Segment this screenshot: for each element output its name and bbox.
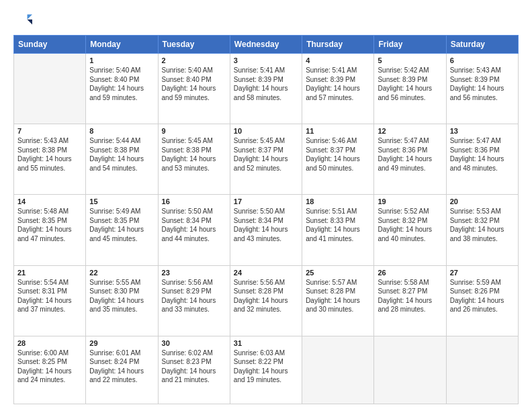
day-number: 5 <box>378 56 442 64</box>
day-info: Sunrise: 5:50 AM Sunset: 8:34 PM Dayligh… <box>162 207 226 243</box>
calendar-cell: 17Sunrise: 5:50 AM Sunset: 8:34 PM Dayli… <box>230 195 302 265</box>
day-number: 1 <box>89 56 154 64</box>
calendar-cell: 29Sunrise: 6:01 AM Sunset: 8:24 PM Dayli… <box>86 336 158 404</box>
day-info: Sunrise: 5:45 AM Sunset: 8:37 PM Dayligh… <box>234 136 298 173</box>
calendar-cell: 24Sunrise: 5:56 AM Sunset: 8:28 PM Dayli… <box>230 265 302 336</box>
calendar-table: SundayMondayTuesdayWednesdayThursdayFrid… <box>13 35 519 404</box>
day-info: Sunrise: 5:41 AM Sunset: 8:39 PM Dayligh… <box>234 66 298 102</box>
calendar-day-header: Tuesday <box>158 36 230 54</box>
calendar-day-header: Wednesday <box>230 36 302 54</box>
header <box>13 11 519 30</box>
day-info: Sunrise: 6:00 AM Sunset: 8:25 PM Dayligh… <box>17 349 82 385</box>
calendar-cell: 5Sunrise: 5:42 AM Sunset: 8:39 PM Daylig… <box>374 54 446 124</box>
day-number: 28 <box>17 339 82 347</box>
calendar-cell: 25Sunrise: 5:57 AM Sunset: 8:28 PM Dayli… <box>302 265 374 336</box>
calendar-day-header: Friday <box>374 36 446 54</box>
day-info: Sunrise: 5:55 AM Sunset: 8:30 PM Dayligh… <box>89 278 154 314</box>
day-info: Sunrise: 5:46 AM Sunset: 8:37 PM Dayligh… <box>306 136 370 173</box>
day-info: Sunrise: 5:49 AM Sunset: 8:35 PM Dayligh… <box>89 207 154 243</box>
day-info: Sunrise: 5:47 AM Sunset: 8:36 PM Dayligh… <box>378 136 442 173</box>
day-number: 31 <box>234 339 298 347</box>
day-number: 10 <box>234 127 298 135</box>
day-number: 23 <box>162 269 226 277</box>
day-number: 18 <box>306 197 370 205</box>
calendar-cell: 30Sunrise: 6:02 AM Sunset: 8:23 PM Dayli… <box>158 336 230 404</box>
calendar-cell <box>374 336 446 404</box>
day-info: Sunrise: 6:01 AM Sunset: 8:24 PM Dayligh… <box>89 349 154 385</box>
day-number: 15 <box>89 197 154 205</box>
day-info: Sunrise: 5:53 AM Sunset: 8:32 PM Dayligh… <box>450 207 515 243</box>
day-info: Sunrise: 5:52 AM Sunset: 8:32 PM Dayligh… <box>378 207 442 243</box>
calendar-day-header: Thursday <box>302 36 374 54</box>
calendar-cell: 13Sunrise: 5:47 AM Sunset: 8:36 PM Dayli… <box>446 124 518 195</box>
day-info: Sunrise: 5:40 AM Sunset: 8:40 PM Dayligh… <box>89 66 154 102</box>
calendar-week-row: 1Sunrise: 5:40 AM Sunset: 8:40 PM Daylig… <box>14 54 519 124</box>
calendar-cell: 4Sunrise: 5:41 AM Sunset: 8:39 PM Daylig… <box>302 54 374 124</box>
day-number: 22 <box>89 269 154 277</box>
calendar-cell: 3Sunrise: 5:41 AM Sunset: 8:39 PM Daylig… <box>230 54 302 124</box>
day-number: 13 <box>450 127 515 135</box>
day-info: Sunrise: 5:58 AM Sunset: 8:27 PM Dayligh… <box>378 278 442 314</box>
page: SundayMondayTuesdayWednesdayThursdayFrid… <box>0 0 532 411</box>
day-info: Sunrise: 5:41 AM Sunset: 8:39 PM Dayligh… <box>306 66 370 102</box>
calendar-cell: 7Sunrise: 5:43 AM Sunset: 8:38 PM Daylig… <box>14 124 86 195</box>
calendar-cell: 11Sunrise: 5:46 AM Sunset: 8:37 PM Dayli… <box>302 124 374 195</box>
calendar-cell: 9Sunrise: 5:45 AM Sunset: 8:38 PM Daylig… <box>158 124 230 195</box>
calendar-cell: 28Sunrise: 6:00 AM Sunset: 8:25 PM Dayli… <box>14 336 86 404</box>
calendar-cell: 18Sunrise: 5:51 AM Sunset: 8:33 PM Dayli… <box>302 195 374 265</box>
day-info: Sunrise: 5:50 AM Sunset: 8:34 PM Dayligh… <box>234 207 298 243</box>
day-number: 6 <box>450 56 515 64</box>
calendar-cell <box>14 54 86 124</box>
day-info: Sunrise: 5:56 AM Sunset: 8:28 PM Dayligh… <box>234 278 298 314</box>
calendar-cell: 27Sunrise: 5:59 AM Sunset: 8:26 PM Dayli… <box>446 265 518 336</box>
calendar-week-row: 7Sunrise: 5:43 AM Sunset: 8:38 PM Daylig… <box>14 124 519 195</box>
calendar-day-header: Saturday <box>446 36 518 54</box>
day-info: Sunrise: 6:03 AM Sunset: 8:22 PM Dayligh… <box>234 349 298 385</box>
calendar-cell: 23Sunrise: 5:56 AM Sunset: 8:29 PM Dayli… <box>158 265 230 336</box>
day-number: 12 <box>378 127 442 135</box>
day-info: Sunrise: 5:51 AM Sunset: 8:33 PM Dayligh… <box>306 207 370 243</box>
day-number: 19 <box>378 197 442 205</box>
calendar-cell: 2Sunrise: 5:40 AM Sunset: 8:40 PM Daylig… <box>158 54 230 124</box>
day-number: 4 <box>306 56 370 64</box>
calendar-cell: 31Sunrise: 6:03 AM Sunset: 8:22 PM Dayli… <box>230 336 302 404</box>
day-number: 8 <box>89 127 154 135</box>
calendar-cell: 19Sunrise: 5:52 AM Sunset: 8:32 PM Dayli… <box>374 195 446 265</box>
day-number: 20 <box>450 197 515 205</box>
day-number: 2 <box>162 56 226 64</box>
day-number: 14 <box>17 197 82 205</box>
logo-icon <box>13 11 32 30</box>
calendar-cell <box>446 336 518 404</box>
svg-marker-1 <box>28 19 32 24</box>
calendar-week-row: 21Sunrise: 5:54 AM Sunset: 8:31 PM Dayli… <box>14 265 519 336</box>
day-info: Sunrise: 5:57 AM Sunset: 8:28 PM Dayligh… <box>306 278 370 314</box>
day-number: 7 <box>17 127 82 135</box>
day-number: 17 <box>234 197 298 205</box>
day-info: Sunrise: 5:54 AM Sunset: 8:31 PM Dayligh… <box>17 278 82 314</box>
day-number: 27 <box>450 269 515 277</box>
day-info: Sunrise: 5:56 AM Sunset: 8:29 PM Dayligh… <box>162 278 226 314</box>
calendar-cell: 1Sunrise: 5:40 AM Sunset: 8:40 PM Daylig… <box>86 54 158 124</box>
calendar-cell: 8Sunrise: 5:44 AM Sunset: 8:38 PM Daylig… <box>86 124 158 195</box>
calendar-day-header: Sunday <box>14 36 86 54</box>
calendar-cell: 6Sunrise: 5:43 AM Sunset: 8:39 PM Daylig… <box>446 54 518 124</box>
calendar-cell: 12Sunrise: 5:47 AM Sunset: 8:36 PM Dayli… <box>374 124 446 195</box>
calendar-week-row: 14Sunrise: 5:48 AM Sunset: 8:35 PM Dayli… <box>14 195 519 265</box>
logo <box>13 11 35 30</box>
day-info: Sunrise: 6:02 AM Sunset: 8:23 PM Dayligh… <box>162 349 226 385</box>
day-number: 11 <box>306 127 370 135</box>
day-number: 29 <box>89 339 154 347</box>
day-number: 21 <box>17 269 82 277</box>
calendar-cell: 20Sunrise: 5:53 AM Sunset: 8:32 PM Dayli… <box>446 195 518 265</box>
calendar-cell <box>302 336 374 404</box>
day-info: Sunrise: 5:45 AM Sunset: 8:38 PM Dayligh… <box>162 136 226 173</box>
day-info: Sunrise: 5:59 AM Sunset: 8:26 PM Dayligh… <box>450 278 515 314</box>
day-number: 9 <box>162 127 226 135</box>
day-info: Sunrise: 5:44 AM Sunset: 8:38 PM Dayligh… <box>89 136 154 173</box>
day-number: 16 <box>162 197 226 205</box>
calendar-cell: 21Sunrise: 5:54 AM Sunset: 8:31 PM Dayli… <box>14 265 86 336</box>
day-info: Sunrise: 5:47 AM Sunset: 8:36 PM Dayligh… <box>450 136 515 173</box>
day-info: Sunrise: 5:43 AM Sunset: 8:39 PM Dayligh… <box>450 66 515 102</box>
day-number: 25 <box>306 269 370 277</box>
day-info: Sunrise: 5:48 AM Sunset: 8:35 PM Dayligh… <box>17 207 82 243</box>
